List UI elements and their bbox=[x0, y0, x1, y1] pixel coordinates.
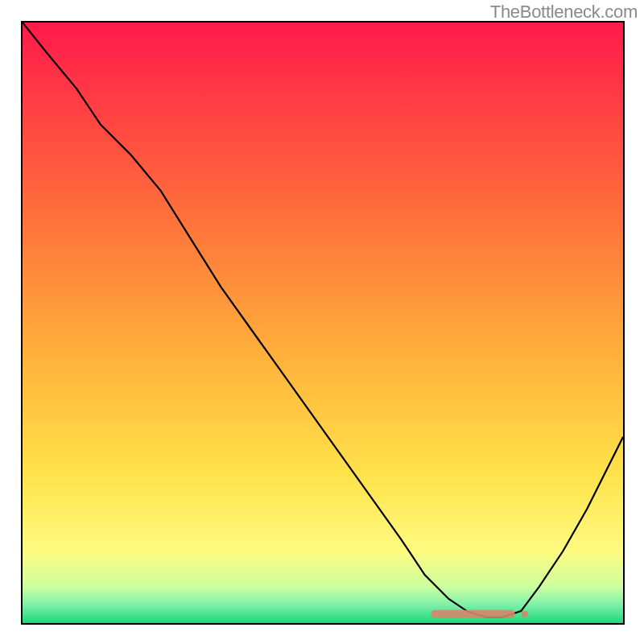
svg-point-1 bbox=[522, 611, 528, 617]
gradient-background bbox=[23, 23, 623, 623]
watermark-text: TheBottleneck.com bbox=[490, 2, 638, 23]
svg-rect-0 bbox=[431, 610, 514, 618]
chart-plot-area bbox=[21, 21, 625, 625]
optimal-range-marker bbox=[431, 610, 527, 618]
chart-svg bbox=[23, 23, 623, 623]
